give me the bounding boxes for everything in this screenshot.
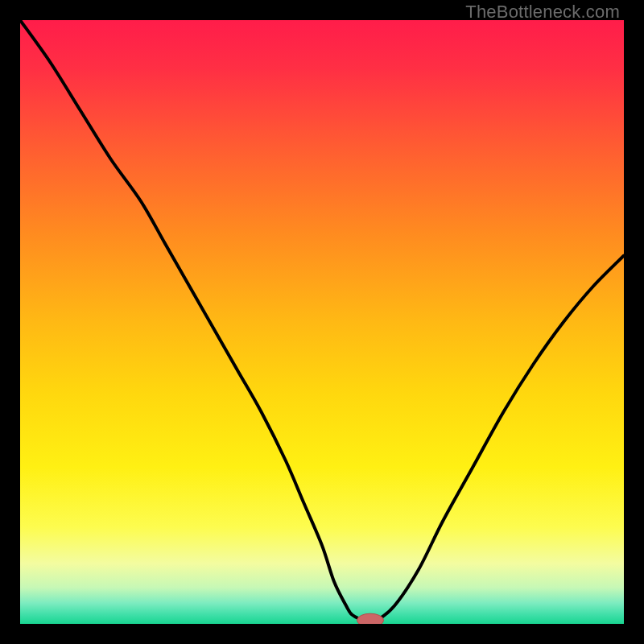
optimum-marker (357, 613, 384, 624)
watermark-text: TheBottleneck.com (465, 2, 620, 23)
gradient-background (20, 20, 624, 624)
bottleneck-chart (20, 20, 624, 624)
chart-frame (20, 20, 624, 624)
